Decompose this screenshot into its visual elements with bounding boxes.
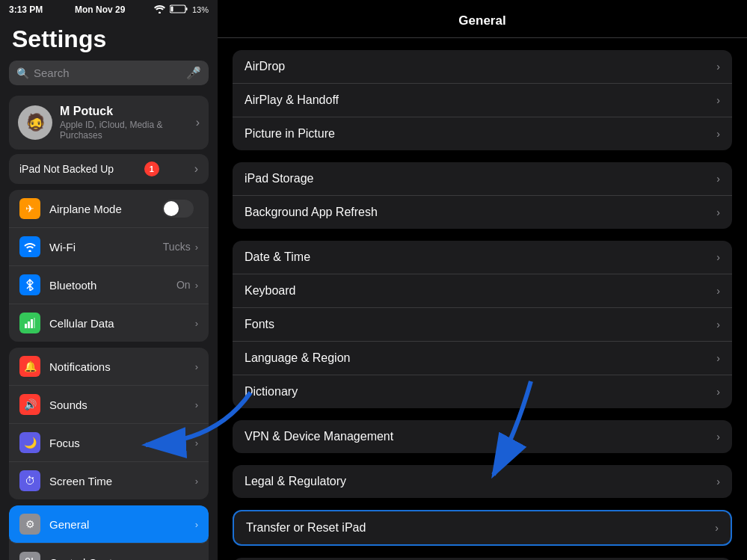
focus-icon: 🌙 — [19, 432, 40, 453]
user-subtitle: Apple ID, iCloud, Media & Purchases — [60, 120, 188, 141]
bgrefresh-row[interactable]: Background App Refresh › — [233, 196, 732, 229]
wifi-value: Tucks — [163, 241, 191, 253]
transfer-label: Transfer or Reset iPad — [246, 521, 715, 535]
sidebar-item-cellular[interactable]: Cellular Data › — [9, 304, 209, 342]
fonts-row[interactable]: Fonts › — [233, 308, 732, 342]
airplay-label: AirPlay & Handoff — [245, 93, 716, 107]
wifi-label: Wi-Fi — [49, 241, 163, 253]
cellular-label: Cellular Data — [49, 317, 195, 330]
sidebar-item-sounds[interactable]: 🔊 Sounds › — [9, 386, 209, 424]
airplane-icon: ✈ — [19, 198, 40, 219]
storage-chevron-icon: › — [716, 173, 720, 185]
svg-rect-6 — [28, 321, 30, 328]
bluetooth-chevron-icon: › — [195, 280, 198, 291]
picture-label: Picture in Picture — [245, 127, 716, 141]
svg-rect-3 — [170, 7, 173, 12]
keyboard-chevron-icon: › — [716, 285, 720, 297]
picture-chevron-icon: › — [716, 128, 720, 140]
legal-label: Legal & Regulatory — [245, 475, 716, 488]
sidebar-item-controlcenter[interactable]: Control Center › — [9, 544, 209, 560]
backup-badge: 1 — [144, 161, 159, 176]
vpn-row[interactable]: VPN & Device Management › — [233, 420, 732, 453]
backup-chevron-icon: › — [194, 162, 198, 176]
airplay-chevron-icon: › — [716, 94, 720, 106]
dictionary-label: Dictionary — [245, 385, 716, 399]
datetime-chevron-icon: › — [716, 251, 720, 263]
backup-left: iPad Not Backed Up — [19, 163, 114, 175]
status-right: 13% — [154, 4, 209, 15]
airdrop-label: AirDrop — [245, 60, 716, 73]
airdrop-row[interactable]: AirDrop › — [233, 50, 732, 84]
airplay-row[interactable]: AirPlay & Handoff › — [233, 84, 732, 117]
backup-label: iPad Not Backed Up — [19, 163, 114, 175]
storage-row[interactable]: iPad Storage › — [233, 162, 732, 196]
legal-row[interactable]: Legal & Regulatory › — [233, 465, 732, 498]
keyboard-label: Keyboard — [245, 284, 716, 298]
svg-point-4 — [28, 250, 31, 252]
screentime-icon: ⏱ — [19, 470, 40, 491]
transfer-row[interactable]: Transfer or Reset iPad › — [234, 511, 731, 544]
sounds-chevron-icon: › — [195, 399, 198, 410]
svg-rect-7 — [31, 319, 33, 328]
main-content: General AirDrop › AirPlay & Handoff › Pi… — [218, 0, 747, 560]
airdrop-group: AirDrop › AirPlay & Handoff › Picture in… — [233, 50, 732, 150]
transfer-chevron-icon: › — [715, 522, 719, 534]
sidebar-item-general[interactable]: ⚙ General › — [9, 505, 209, 544]
sidebar-item-screentime[interactable]: ⏱ Screen Time › — [9, 462, 209, 499]
focus-chevron-icon: › — [195, 437, 198, 449]
fonts-chevron-icon: › — [716, 319, 720, 330]
cellular-icon — [19, 313, 40, 333]
airplane-label: Airplane Mode — [49, 203, 162, 215]
sidebar-item-wifi[interactable]: Wi-Fi Tucks › — [9, 228, 209, 266]
notifications-label: Notifications — [49, 360, 195, 373]
sidebar-item-bluetooth[interactable]: Bluetooth On › — [9, 266, 209, 304]
search-input[interactable] — [34, 67, 182, 79]
search-bar[interactable]: 🔍 🎤 — [9, 61, 209, 85]
sidebar-item-airplane[interactable]: ✈ Airplane Mode — [9, 190, 209, 228]
svg-rect-5 — [25, 324, 27, 328]
user-chevron-icon: › — [196, 116, 200, 129]
system-group: ⚙ General › Control Center › ☀ Display &… — [9, 505, 209, 560]
cellular-chevron-icon: › — [195, 318, 198, 329]
focus-label: Focus — [49, 437, 195, 449]
airdrop-chevron-icon: › — [716, 61, 720, 73]
vpn-chevron-icon: › — [716, 431, 720, 443]
main-header: General — [218, 0, 747, 38]
toggle-thumb — [164, 201, 179, 216]
sidebar-item-notifications[interactable]: 🔔 Notifications › — [9, 348, 209, 386]
airplane-toggle[interactable] — [162, 200, 194, 218]
backup-warning[interactable]: iPad Not Backed Up 1 › — [9, 154, 209, 184]
user-profile[interactable]: 🧔 M Potuck Apple ID, iCloud, Media & Pur… — [9, 96, 209, 150]
bluetooth-label: Bluetooth — [49, 279, 176, 292]
status-date: Mon Nov 29 — [75, 4, 125, 15]
sounds-icon: 🔊 — [19, 394, 40, 415]
language-row[interactable]: Language & Region › — [233, 342, 732, 375]
keyboard-row[interactable]: Keyboard › — [233, 274, 732, 308]
sidebar-item-focus[interactable]: 🌙 Focus › — [9, 424, 209, 462]
datetime-group: Date & Time › Keyboard › Fonts › Languag… — [233, 241, 732, 408]
screentime-chevron-icon: › — [195, 476, 198, 487]
picture-row[interactable]: Picture in Picture › — [233, 117, 732, 150]
vpn-group: VPN & Device Management › — [233, 420, 732, 453]
svg-point-0 — [159, 12, 161, 14]
language-label: Language & Region — [245, 351, 716, 365]
storage-group: iPad Storage › Background App Refresh › — [233, 162, 732, 229]
notifications-icon: 🔔 — [19, 356, 40, 377]
dictionary-row[interactable]: Dictionary › — [233, 375, 732, 408]
wifi-chevron-icon: › — [195, 241, 198, 253]
general-chevron-icon: › — [195, 519, 198, 530]
notifications-chevron-icon: › — [195, 361, 198, 372]
legal-chevron-icon: › — [716, 476, 720, 487]
battery-percent: 13% — [192, 5, 209, 14]
wifi-icon — [154, 4, 165, 15]
sounds-label: Sounds — [49, 399, 195, 411]
transfer-group: Transfer or Reset iPad › — [233, 510, 732, 546]
general-icon: ⚙ — [19, 514, 40, 535]
screentime-label: Screen Time — [49, 475, 195, 487]
connectivity-group: ✈ Airplane Mode Wi-Fi Tucks › — [9, 190, 209, 342]
status-bar: 3:13 PM Mon Nov 29 13% — [0, 0, 218, 19]
avatar: 🧔 — [18, 105, 52, 140]
datetime-row[interactable]: Date & Time › — [233, 241, 732, 274]
main-scroll: AirDrop › AirPlay & Handoff › Picture in… — [218, 38, 747, 560]
svg-rect-2 — [185, 7, 187, 10]
